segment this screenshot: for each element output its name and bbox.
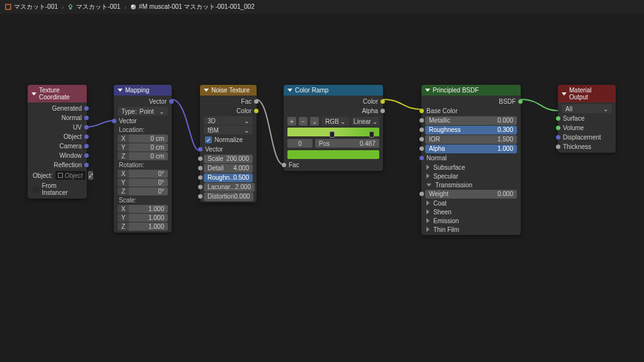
socket-alpha-out[interactable]: Alpha	[284, 106, 383, 116]
scale-y[interactable]: Y1.000	[118, 214, 168, 222]
location-y[interactable]: Y0 cm	[118, 143, 168, 151]
scale-x[interactable]: X1.000	[118, 205, 168, 213]
socket-fac-in[interactable]: Fac	[284, 160, 383, 170]
node-header[interactable]: Texture Coordinate	[28, 85, 87, 102]
ramp-interp-select[interactable]: Linear⌄	[352, 117, 379, 126]
ramp-rgb-select[interactable]: RGB⌄	[321, 117, 349, 126]
socket-reflection[interactable]: Reflection	[28, 160, 87, 170]
node-texture-coordinate[interactable]: Texture Coordinate Generated Normal UV O…	[28, 85, 87, 199]
distortion-field[interactable]: Distortion0.000	[200, 192, 257, 201]
breadcrumb-item-3[interactable]: #M muscat-001 マスカット-001-001_002	[130, 3, 255, 11]
metallic-field[interactable]: Metallic0.000	[421, 116, 521, 125]
socket-thickness[interactable]: Thickness	[558, 142, 616, 151]
coat-group[interactable]: Coat	[421, 199, 521, 207]
ior-field[interactable]: IOR1.500	[421, 134, 521, 144]
node-header[interactable]: Principled BSDF	[421, 85, 521, 96]
node-editor-canvas[interactable]: Texture Coordinate Generated Normal UV O…	[0, 14, 644, 362]
socket-camera[interactable]: Camera	[28, 141, 87, 151]
subsurface-group[interactable]: Subsurface	[421, 163, 521, 172]
emission-group[interactable]: Emission	[421, 216, 521, 225]
object-input[interactable]: Object	[55, 171, 86, 180]
node-color-ramp[interactable]: Color Ramp Color Alpha + − ⌄ RGB⌄ Linear…	[284, 85, 383, 171]
node-title: Noise Texture	[211, 87, 250, 94]
normalize-checkbox[interactable]: ✓Normalize	[200, 135, 257, 145]
mode-select[interactable]: fBM⌄	[204, 126, 253, 134]
rotation-x[interactable]: X0°	[118, 170, 168, 178]
target-select[interactable]: All⌄	[562, 104, 612, 113]
material-icon	[130, 4, 136, 10]
node-mapping[interactable]: Mapping Vector Type:Point⌄ Vector Locati…	[114, 85, 172, 233]
socket-displacement[interactable]: Displacement	[558, 133, 616, 142]
object-field-row: Object: Object	[28, 170, 87, 181]
socket-uv[interactable]: UV	[28, 123, 87, 132]
svg-rect-0	[6, 4, 11, 9]
transmission-group[interactable]: Transmission	[421, 180, 521, 189]
breadcrumb-label-3: #M muscat-001 マスカット-001-001_002	[139, 3, 255, 11]
breadcrumb-sep: ›	[124, 4, 126, 11]
ramp-color-swatch[interactable]	[287, 150, 379, 159]
node-title: Material Output	[569, 87, 612, 101]
node-header[interactable]: Material Output	[558, 85, 616, 102]
scale-field[interactable]: Scale200.000	[200, 154, 257, 163]
socket-normal[interactable]: Normal	[28, 113, 87, 123]
dimensions-select[interactable]: 3D⌄	[204, 116, 253, 125]
socket-color-out[interactable]: Color	[284, 97, 383, 106]
socket-color-out[interactable]: Color	[200, 106, 257, 116]
lacunarity-field[interactable]: Lacunar...2.000	[200, 182, 257, 192]
ramp-handle-1[interactable]	[330, 131, 335, 138]
specular-group[interactable]: Specular	[421, 172, 521, 180]
scale-label: Scale:	[114, 196, 172, 204]
socket-base-color[interactable]: Base Color	[421, 106, 521, 116]
socket-vector-in[interactable]: Vector	[114, 116, 172, 126]
socket-surface[interactable]: Surface	[558, 114, 616, 123]
location-z[interactable]: Z0 cm	[118, 152, 168, 160]
ramp-index[interactable]: 0	[287, 139, 313, 148]
node-material-output[interactable]: Material Output All⌄ Surface Volume Disp…	[558, 85, 616, 153]
ramp-add-button[interactable]: +	[287, 117, 296, 126]
socket-vector-in[interactable]: Vector	[200, 145, 257, 154]
node-header[interactable]: Noise Texture	[200, 85, 257, 96]
chevron-down-icon	[31, 92, 36, 96]
node-header[interactable]: Mapping	[114, 85, 172, 96]
node-title: Principled BSDF	[433, 87, 479, 94]
from-instancer-checkbox[interactable]: From Instancer	[28, 181, 87, 197]
node-title: Color Ramp	[295, 87, 328, 94]
socket-normal-in[interactable]: Normal	[421, 153, 521, 163]
breadcrumb-item-2[interactable]: マスカット-001	[67, 3, 120, 11]
location-label: Location:	[114, 126, 172, 134]
chevron-down-icon	[287, 89, 292, 92]
socket-object[interactable]: Object	[28, 132, 87, 141]
rotation-z[interactable]: Z0°	[118, 187, 168, 195]
ramp-menu-button[interactable]: ⌄	[310, 117, 319, 126]
socket-generated[interactable]: Generated	[28, 104, 87, 113]
location-x[interactable]: X0 cm	[118, 134, 168, 143]
scale-z[interactable]: Z1.000	[118, 222, 168, 231]
sheen-group[interactable]: Sheen	[421, 207, 521, 216]
socket-bsdf-out[interactable]: BSDF	[421, 97, 521, 106]
socket-volume[interactable]: Volume	[558, 123, 616, 133]
node-noise-texture[interactable]: Noise Texture Fac Color 3D⌄ fBM⌄ ✓Normal…	[200, 85, 257, 202]
rotation-y[interactable]: Y0°	[118, 178, 168, 187]
chevron-down-icon	[118, 89, 123, 92]
roughness-field[interactable]: Roughness0.300	[421, 125, 521, 134]
socket-vector-out[interactable]: Vector	[114, 97, 172, 106]
thin-film-group[interactable]: Thin Film	[421, 225, 521, 234]
type-select[interactable]: Type:Point⌄	[118, 107, 168, 116]
detail-field[interactable]: Detail4.000	[200, 163, 257, 173]
breadcrumb: マスカット-001 › マスカット-001 › #M muscat-001 マス…	[0, 0, 644, 14]
roughness-field[interactable]: Roughn..0.500	[200, 173, 257, 182]
weight-field[interactable]: Weight0.000	[421, 189, 521, 199]
breadcrumb-item-1[interactable]: マスカット-001	[5, 3, 58, 11]
chevron-down-icon	[562, 92, 567, 96]
ramp-remove-button[interactable]: −	[299, 117, 308, 126]
socket-window[interactable]: Window	[28, 151, 87, 160]
ramp-position[interactable]: Pos0.487	[315, 139, 379, 148]
alpha-field[interactable]: Alpha1.000	[421, 144, 521, 153]
eyedropper-button[interactable]	[88, 171, 93, 180]
node-header[interactable]: Color Ramp	[284, 85, 383, 96]
socket-fac-out[interactable]: Fac	[200, 97, 257, 106]
object-label: Object:	[33, 172, 53, 179]
ramp-handle-2[interactable]	[369, 131, 374, 138]
node-principled-bsdf[interactable]: Principled BSDF BSDF Base Color Metallic…	[421, 85, 521, 235]
ramp-gradient[interactable]	[287, 128, 379, 136]
